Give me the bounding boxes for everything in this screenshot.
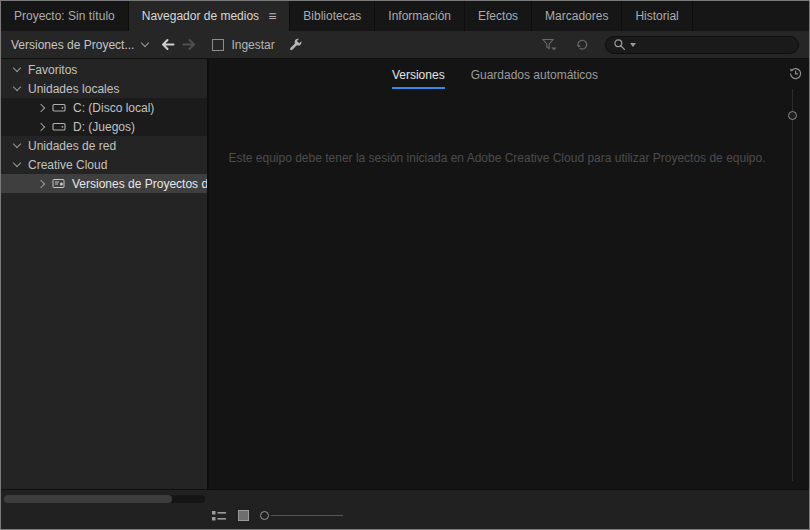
wrench-icon <box>288 37 304 53</box>
tab-libraries[interactable]: Bibliotecas <box>290 1 375 31</box>
bottom-bar <box>1 489 809 529</box>
filter-icon <box>541 37 558 52</box>
panel-menu-icon[interactable]: ≡ <box>268 9 276 23</box>
chevron-down-icon[interactable] <box>13 140 21 148</box>
tree-item-c-drive[interactable]: C: (Disco local) <box>1 98 207 117</box>
back-button[interactable] <box>160 38 176 51</box>
tab-history[interactable]: Historial <box>622 1 692 31</box>
ingest-toggle[interactable]: Ingestar <box>212 38 274 52</box>
drive-icon <box>52 121 66 132</box>
tab-info[interactable]: Información <box>375 1 465 31</box>
tab-effects-label: Efectos <box>478 9 518 23</box>
tab-markers[interactable]: Marcadores <box>532 1 622 31</box>
thumbnail-view-icon <box>237 509 250 522</box>
tree-item-label: Unidades locales <box>28 82 119 96</box>
panel-tab-bar: Proyecto: Sin título Navegador de medios… <box>1 1 809 31</box>
tab-markers-label: Marcadores <box>545 9 608 23</box>
filter-button[interactable] <box>541 37 558 52</box>
zoom-slider-track <box>271 515 343 516</box>
horizontal-scrollbar[interactable] <box>4 495 205 503</box>
tab-media-browser-label: Navegador de medios <box>142 9 259 23</box>
tab-versiones[interactable]: Versiones <box>392 68 445 89</box>
tab-media-browser[interactable]: Navegador de medios ≡ <box>129 1 291 31</box>
tab-guardados-automaticos[interactable]: Guardados automáticos <box>471 68 598 89</box>
folder-tree: Favoritos Unidades locales C: (Disco loc… <box>1 59 209 489</box>
history-button[interactable] <box>788 66 803 84</box>
tree-item-label: Creative Cloud <box>28 158 107 172</box>
tab-info-label: Información <box>388 9 451 23</box>
chevron-right-icon[interactable] <box>37 122 45 130</box>
chevron-right-icon[interactable] <box>37 103 45 111</box>
tree-item-versiones-de-proyectos[interactable]: Versiones de Proyectos de <box>1 174 207 193</box>
chevron-down-icon <box>630 43 636 47</box>
panel-body: Favoritos Unidades locales C: (Disco loc… <box>1 59 809 489</box>
checkbox-icon[interactable] <box>212 39 224 51</box>
tab-effects[interactable]: Efectos <box>465 1 532 31</box>
loop-button[interactable] <box>575 37 590 52</box>
directory-dropdown[interactable]: Versiones de Proyect... <box>11 38 148 52</box>
forward-button[interactable] <box>181 38 197 51</box>
view-controls <box>211 509 343 522</box>
search-input[interactable] <box>640 38 791 52</box>
ingest-settings-button[interactable] <box>288 37 304 53</box>
tree-item-label: Versiones de Proyectos de <box>72 177 207 191</box>
tree-item-d-drive[interactable]: D: (Juegos) <box>1 117 207 136</box>
tab-project[interactable]: Proyecto: Sin título <box>1 1 129 31</box>
list-view-button[interactable] <box>211 510 227 522</box>
chevron-right-icon[interactable] <box>37 179 45 187</box>
directory-dropdown-value: Versiones de Proyect... <box>11 38 134 52</box>
tree-item-favoritos[interactable]: Favoritos <box>1 60 207 79</box>
chevron-down-icon[interactable] <box>13 83 21 91</box>
forward-arrow-icon <box>181 38 197 51</box>
chevron-down-icon[interactable] <box>13 159 21 167</box>
thumbnail-view-button[interactable] <box>237 509 250 522</box>
search-box[interactable] <box>605 36 799 54</box>
tree-item-label: C: (Disco local) <box>73 101 154 115</box>
media-browser-toolbar: Versiones de Proyect... Ingestar <box>1 31 809 59</box>
drive-icon <box>52 102 66 113</box>
signin-message: Este equipo debe tener la sesión iniciad… <box>219 151 775 165</box>
history-clock-icon <box>788 66 803 81</box>
horizontal-scrollbar-thumb[interactable] <box>4 495 172 503</box>
loop-icon <box>575 37 590 52</box>
back-arrow-icon <box>160 38 176 51</box>
list-view-icon <box>211 510 227 522</box>
vertical-scrollbar[interactable] <box>792 89 793 481</box>
ingest-label: Ingestar <box>231 38 274 52</box>
tab-project-label: Proyecto: Sin título <box>14 9 115 23</box>
tab-libraries-label: Bibliotecas <box>303 9 361 23</box>
tree-item-creative-cloud[interactable]: Creative Cloud <box>1 155 207 174</box>
zoom-slider[interactable] <box>260 511 343 520</box>
content-tabs: Versiones Guardados automáticos <box>209 59 809 89</box>
content-area: Versiones Guardados automáticos Este equ… <box>209 59 809 489</box>
vertical-scrollbar-knob[interactable] <box>788 111 797 120</box>
tree-item-label: D: (Juegos) <box>73 120 135 134</box>
tab-history-label: Historial <box>635 9 678 23</box>
tree-item-unidades-locales[interactable]: Unidades locales <box>1 79 207 98</box>
chevron-down-icon <box>141 39 149 47</box>
tree-item-unidades-de-red[interactable]: Unidades de red <box>1 136 207 155</box>
zoom-slider-knob[interactable] <box>260 511 269 520</box>
chevron-down-icon[interactable] <box>13 64 21 72</box>
team-project-icon <box>52 178 65 189</box>
tree-item-label: Favoritos <box>28 63 77 77</box>
media-browser-panel: Proyecto: Sin título Navegador de medios… <box>0 0 810 530</box>
tree-item-label: Unidades de red <box>28 139 116 153</box>
search-icon <box>613 38 626 51</box>
